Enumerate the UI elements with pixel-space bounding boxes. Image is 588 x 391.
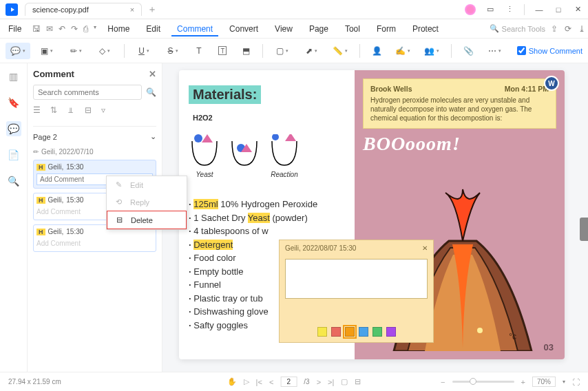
chevron-down-icon[interactable]: ⌄: [150, 132, 156, 141]
next-page-icon[interactable]: >: [317, 378, 321, 386]
cloud-icon[interactable]: ⟳: [565, 24, 571, 34]
menu-comment[interactable]: Comment: [171, 21, 218, 36]
select-tool-icon[interactable]: ▷: [244, 377, 249, 386]
highlight-tool[interactable]: ▣: [34, 43, 59, 59]
thumbnails-icon[interactable]: ▥: [6, 69, 21, 84]
sticky-editor-popup[interactable]: Geili, 2022/08/07 15:30 ✕: [279, 240, 434, 343]
shape-line-tool[interactable]: ⬈: [299, 43, 324, 59]
dropdown-icon[interactable]: ▾: [94, 24, 96, 34]
continuous-icon[interactable]: ⊟: [355, 377, 361, 386]
color-swatch-blue[interactable]: [359, 327, 368, 337]
close-tab-icon[interactable]: ×: [130, 6, 134, 14]
textbox-tool[interactable]: 🅃: [213, 43, 232, 59]
underline-tool[interactable]: U: [132, 43, 156, 59]
attachment-tool[interactable]: 📎: [459, 43, 478, 59]
search-comments-input[interactable]: [33, 85, 142, 100]
color-swatch-red[interactable]: [331, 327, 341, 337]
menu-protect[interactable]: Protect: [407, 21, 444, 36]
highlight-badge: H: [36, 164, 45, 171]
search-tools[interactable]: 🔍 Search Tools: [490, 24, 545, 33]
search-panel-icon[interactable]: 🔍: [6, 173, 21, 189]
menu-tool[interactable]: Tool: [339, 21, 366, 36]
bookmarks-icon[interactable]: 🔖: [6, 95, 21, 110]
text-tool[interactable]: T: [189, 43, 209, 59]
new-tab-button[interactable]: ＋: [147, 3, 157, 16]
zoom-in-icon[interactable]: +: [521, 378, 525, 386]
undo-icon[interactable]: ↶: [59, 24, 65, 34]
menu-form[interactable]: Form: [371, 21, 401, 36]
comments-panel-icon[interactable]: 💬: [6, 121, 21, 136]
expand-all-icon[interactable]: ☰: [33, 105, 41, 115]
zoom-percent[interactable]: 70%: [532, 377, 556, 387]
last-page-icon[interactable]: >|: [328, 378, 334, 386]
fit-page-icon[interactable]: ⛶: [572, 378, 580, 386]
maximize-button[interactable]: □: [554, 5, 563, 14]
measure-tool[interactable]: 📏: [328, 43, 353, 59]
close-window-button[interactable]: ✕: [573, 5, 582, 14]
title-bar: science-copy.pdf × ＋ ▭ ⋮ — □ ✕: [0, 0, 588, 19]
shape-rect-tool[interactable]: ▢: [270, 43, 295, 59]
sticky-note[interactable]: Brook Wells Mon 4:11 PM Hydrogen peroxid…: [363, 78, 556, 129]
eraser-tool[interactable]: ◇: [92, 43, 117, 59]
show-comment-checkbox[interactable]: [517, 46, 526, 55]
approve-stamp-tool[interactable]: 👥: [419, 43, 444, 59]
zoom-out-icon[interactable]: −: [441, 378, 445, 386]
chevron-down-icon[interactable]: ▾: [563, 379, 565, 385]
collapse-icon[interactable]: ⫫: [67, 105, 75, 115]
pencil-tool[interactable]: ✏: [63, 43, 88, 59]
share-icon[interactable]: ⇪: [551, 24, 558, 34]
redo-icon[interactable]: ↷: [71, 24, 78, 34]
menu-home[interactable]: Home: [102, 21, 135, 36]
callout-tool[interactable]: ⬒: [236, 43, 255, 59]
color-swatch-purple[interactable]: [386, 327, 396, 337]
menu-view[interactable]: View: [269, 21, 298, 36]
color-swatch-orange[interactable]: [345, 327, 355, 337]
comment-meta: ✏ Geili, 2022/07/10: [33, 148, 156, 156]
account-avatar-icon[interactable]: [465, 4, 476, 15]
attachments-icon[interactable]: 📄: [6, 147, 21, 162]
current-page-input[interactable]: 2: [280, 377, 297, 387]
options-icon[interactable]: ⊟: [85, 105, 92, 115]
signature-tool[interactable]: ✍: [390, 43, 415, 59]
menu-bar: File 🖫 ✉ ↶ ↷ ⎙ ▾ Home Edit Comment Conve…: [0, 19, 588, 39]
color-swatch-yellow[interactable]: [317, 327, 327, 337]
strikeout-tool[interactable]: S: [160, 43, 185, 59]
quick-access: 🖫 ✉ ↶ ↷ ⎙ ▾: [32, 24, 96, 34]
first-page-icon[interactable]: |<: [256, 378, 262, 386]
zoom-slider[interactable]: [452, 381, 514, 383]
show-comment-toggle[interactable]: Show Comment: [517, 46, 582, 55]
divider: [359, 44, 360, 58]
document-tab[interactable]: science-copy.pdf ×: [25, 3, 142, 16]
kebab-menu-icon[interactable]: ⋮: [505, 5, 514, 14]
ctx-delete[interactable]: ⊟Delete: [107, 211, 187, 229]
app-menu-icon[interactable]: ▭: [485, 5, 495, 14]
panel-title: Comment: [33, 69, 74, 79]
word-badge-icon[interactable]: W: [544, 76, 559, 91]
close-sticky-icon[interactable]: ✕: [422, 244, 428, 252]
stamp-tool[interactable]: 👤: [367, 43, 386, 59]
filter-icon[interactable]: ▿: [101, 105, 105, 115]
single-page-icon[interactable]: ▢: [341, 377, 348, 386]
export-icon[interactable]: ⤓: [578, 24, 585, 34]
zoom-thumb[interactable]: [470, 378, 476, 385]
menu-edit[interactable]: Edit: [140, 21, 166, 36]
mail-icon[interactable]: ✉: [46, 24, 53, 34]
page-label[interactable]: Page 2: [33, 133, 57, 141]
close-panel-icon[interactable]: ✕: [149, 69, 156, 79]
sort-icon[interactable]: ⇅: [50, 105, 57, 115]
comment-placeholder: Add Comment: [36, 238, 153, 249]
search-icon[interactable]: 🔍: [146, 87, 156, 97]
menu-convert[interactable]: Convert: [224, 21, 264, 36]
hand-tool-icon[interactable]: ✋: [227, 377, 237, 386]
prev-page-icon[interactable]: <: [269, 378, 273, 386]
right-scroll-handle[interactable]: [580, 218, 588, 241]
note-tool[interactable]: 💬: [6, 43, 30, 59]
minimize-button[interactable]: —: [534, 5, 544, 14]
more-tool[interactable]: ⋯: [482, 43, 507, 59]
print-icon[interactable]: ⎙: [83, 24, 88, 34]
menu-file[interactable]: File: [3, 21, 27, 36]
color-swatch-green[interactable]: [372, 327, 382, 337]
save-icon[interactable]: 🖫: [32, 24, 41, 34]
sticky-editor-textarea[interactable]: [285, 259, 428, 299]
menu-page[interactable]: Page: [304, 21, 334, 36]
